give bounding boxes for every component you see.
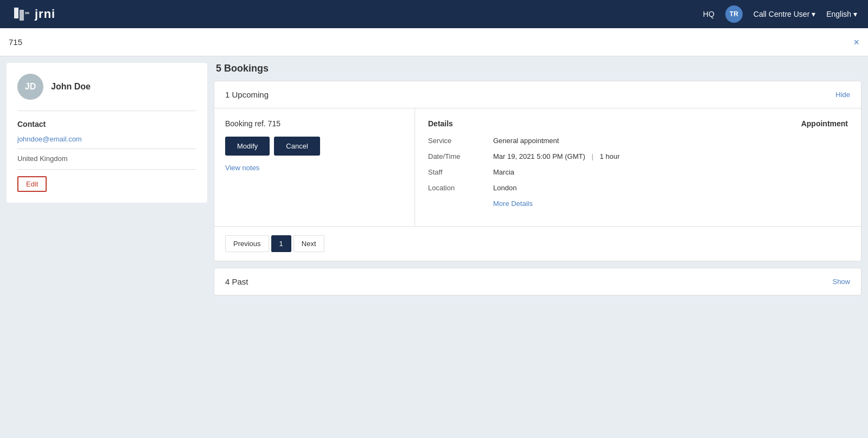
datetime-key: Date/Time (428, 152, 493, 160)
search-bar: × (0, 28, 868, 56)
hq-link[interactable]: HQ (703, 10, 714, 18)
upcoming-section-header: 1 Upcoming Hide (214, 81, 861, 108)
contact-country: United Kingdom (17, 154, 196, 170)
logo-icon (11, 4, 30, 24)
main-layout: JD John Doe Contact johndoe@email.com Un… (0, 56, 868, 438)
booking-body: Booking ref. 715 Modify Cancel View note… (214, 108, 861, 226)
contact-section: Contact johndoe@email.com United Kingdom… (17, 111, 196, 192)
user-profile: JD John Doe (17, 74, 196, 111)
previous-button[interactable]: Previous (225, 235, 269, 252)
service-key: Service (428, 137, 493, 145)
past-section: 4 Past Show (214, 268, 861, 295)
hide-link[interactable]: Hide (835, 91, 850, 99)
search-clear-icon[interactable]: × (853, 37, 859, 47)
detail-staff-row: Staff Marcia (428, 168, 848, 176)
page-1-button[interactable]: 1 (271, 235, 291, 252)
more-details-link[interactable]: More Details (493, 199, 533, 208)
user-menu[interactable]: Call Centre User ▾ (754, 10, 815, 18)
edit-button[interactable]: Edit (17, 176, 47, 192)
next-button[interactable]: Next (293, 235, 324, 252)
logo-text: jrni (35, 7, 55, 21)
bookings-count: 5 Bookings (214, 63, 861, 74)
service-val: General appointment (493, 137, 559, 145)
appointment-label: Appointment (801, 119, 848, 128)
upcoming-section: 1 Upcoming Hide Booking ref. 715 Modify … (214, 81, 861, 261)
datetime-val: Mar 19, 2021 5:00 PM (GMT) | 1 hour (493, 152, 620, 160)
detail-service-row: Service General appointment (428, 137, 848, 145)
booking-right: Details Appointment Service General appo… (415, 108, 861, 226)
location-key: Location (428, 184, 493, 192)
staff-val: Marcia (493, 168, 514, 176)
detail-datetime-row: Date/Time Mar 19, 2021 5:00 PM (GMT) | 1… (428, 152, 848, 160)
pagination: Previous 1 Next (214, 226, 861, 261)
cancel-button[interactable]: Cancel (274, 137, 320, 156)
detail-location-row: Location London (428, 184, 848, 192)
upcoming-title: 1 Upcoming (225, 90, 269, 99)
view-notes-link[interactable]: View notes (225, 164, 259, 172)
app-header: jrni HQ TR Call Centre User ▾ English ▾ (0, 0, 868, 28)
details-header: Details Appointment (428, 119, 848, 128)
user-avatar: TR (725, 5, 743, 23)
language-menu[interactable]: English ▾ (826, 10, 857, 18)
staff-key: Staff (428, 168, 493, 176)
header-right: HQ TR Call Centre User ▾ English ▾ (703, 5, 857, 23)
booking-ref: Booking ref. 715 (225, 119, 404, 128)
details-title: Details (428, 119, 453, 128)
past-section-header: 4 Past Show (214, 268, 861, 295)
avatar: JD (17, 74, 43, 100)
past-title: 4 Past (225, 277, 248, 286)
contact-email[interactable]: johndoe@email.com (17, 135, 196, 149)
contact-label: Contact (17, 120, 196, 128)
content-area: 5 Bookings 1 Upcoming Hide Booking ref. … (214, 63, 861, 431)
modify-button[interactable]: Modify (225, 137, 270, 156)
booking-actions: Modify Cancel (225, 137, 404, 156)
sidebar: JD John Doe Contact johndoe@email.com Un… (7, 63, 207, 203)
booking-left: Booking ref. 715 Modify Cancel View note… (214, 108, 415, 226)
detail-more-row: More Details (428, 199, 848, 208)
logo[interactable]: jrni (11, 4, 55, 24)
separator: | (591, 152, 593, 160)
location-val: London (493, 184, 516, 192)
show-link[interactable]: Show (832, 278, 850, 286)
profile-name: John Doe (51, 82, 91, 92)
search-input[interactable] (9, 37, 853, 47)
